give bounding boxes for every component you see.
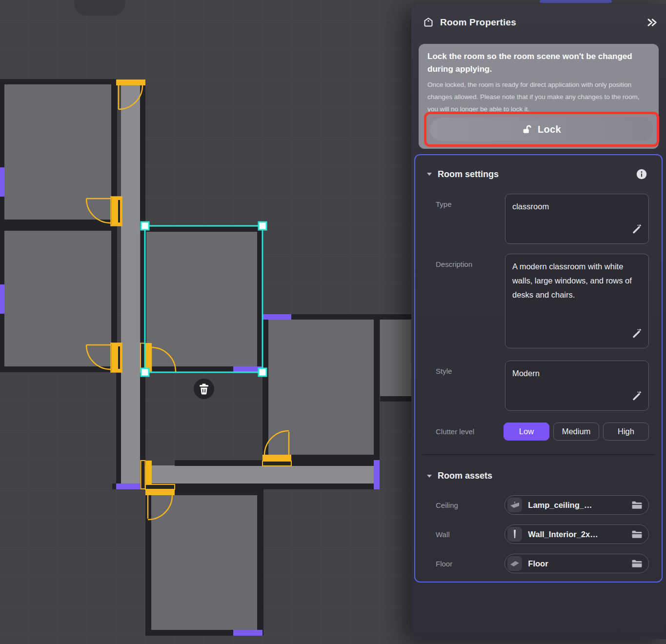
type-label: Type xyxy=(436,194,505,244)
window-segment xyxy=(374,460,380,489)
clutter-level-options: Low Medium High xyxy=(504,423,649,441)
section-divider xyxy=(422,454,655,455)
floor-asset-thumbnail xyxy=(507,556,522,571)
floor-label: Floor xyxy=(436,560,505,568)
clutter-option-medium[interactable]: Medium xyxy=(553,423,599,441)
unlock-icon xyxy=(522,124,532,135)
folder-icon[interactable] xyxy=(631,501,643,510)
wall-asset-name: Wall_Interior_2x… xyxy=(528,530,626,539)
room-assets-header[interactable]: Room assets xyxy=(427,471,647,481)
info-icon[interactable] xyxy=(636,169,647,180)
style-label: Style xyxy=(436,361,505,411)
wall-label: Wall xyxy=(436,530,505,539)
description-field-row: Description A modern classroom with whit… xyxy=(436,254,649,348)
lock-info-details: Once locked, the room is ready for direc… xyxy=(427,79,650,115)
magic-wand-icon[interactable] xyxy=(632,223,643,239)
clutter-level-row: Clutter level Low Medium High xyxy=(436,423,649,441)
lock-info-headline: Lock the room so the room scene won't be… xyxy=(427,50,650,76)
section-title-room-settings: Room settings xyxy=(438,169,630,180)
style-input[interactable]: Modern xyxy=(505,361,649,411)
chevron-down-icon xyxy=(427,173,432,176)
chevron-down-icon xyxy=(427,475,432,478)
wall-asset-thumbnail xyxy=(507,527,522,542)
room-mid-left xyxy=(4,231,111,366)
room-settings-header[interactable]: Room settings xyxy=(427,169,647,180)
lock-button-label: Lock xyxy=(538,124,561,135)
description-input[interactable]: A modern classroom with white walls, lar… xyxy=(505,254,649,348)
room-far-right xyxy=(380,320,411,396)
double-chevron-right-icon xyxy=(646,17,657,28)
style-field-row: Style Modern xyxy=(436,361,649,411)
ceiling-asset-name: Lamp_ceiling_… xyxy=(528,501,626,510)
folder-icon[interactable] xyxy=(631,559,643,568)
floor-asset-pill[interactable]: Floor xyxy=(505,554,649,573)
magic-wand-icon[interactable] xyxy=(632,390,643,405)
window-segment xyxy=(116,483,140,489)
room-selected-classroom xyxy=(146,232,257,367)
ceiling-asset-row: Ceiling Lamp_ceiling_… xyxy=(436,495,649,515)
magic-wand-icon[interactable] xyxy=(632,328,643,343)
window-segment xyxy=(0,167,4,197)
toolbar-shadow-blob xyxy=(74,0,125,16)
collapse-panel-button[interactable] xyxy=(645,15,659,30)
clutter-option-high[interactable]: High xyxy=(603,423,649,441)
clutter-level-label: Clutter level xyxy=(436,427,504,436)
description-label: Description xyxy=(436,254,505,348)
delete-room-button[interactable] xyxy=(194,379,214,399)
room-mid-right xyxy=(268,320,374,455)
selection-handle[interactable] xyxy=(259,368,266,376)
lock-button[interactable]: Lock xyxy=(430,118,653,141)
ceiling-asset-thumbnail xyxy=(507,498,522,512)
room-bottom xyxy=(151,495,257,630)
floor-asset-row: Floor Floor xyxy=(436,554,649,573)
window-segment xyxy=(233,630,262,636)
home-icon xyxy=(423,17,434,28)
room-properties-panel: Room Properties Lock the room so the roo… xyxy=(411,4,666,639)
floor-asset-name: Floor xyxy=(528,559,626,568)
ceiling-asset-pill[interactable]: Lamp_ceiling_… xyxy=(505,495,649,515)
section-title-room-assets: Room assets xyxy=(438,471,647,481)
type-input[interactable]: classroom xyxy=(505,194,649,244)
page-title: Room Properties xyxy=(440,17,639,28)
window-segment xyxy=(262,314,291,320)
clutter-option-low[interactable]: Low xyxy=(504,423,549,441)
selection-handle[interactable] xyxy=(141,222,149,230)
ceiling-label: Ceiling xyxy=(436,501,505,509)
lock-button-highlight: Lock xyxy=(424,112,659,147)
wall-asset-row: Wall Wall_Interior_2x… xyxy=(436,524,649,544)
type-field-row: Type classroom xyxy=(436,194,649,244)
room-top-left xyxy=(4,84,111,220)
hidden-toolbar-edge xyxy=(540,0,612,3)
selection-handle[interactable] xyxy=(259,222,266,230)
panel-header: Room Properties xyxy=(423,11,659,34)
selection-handle[interactable] xyxy=(141,368,149,376)
room-settings-group: Room settings Type classroom xyxy=(414,154,663,583)
folder-icon[interactable] xyxy=(631,530,643,539)
window-segment xyxy=(0,284,4,314)
wall-asset-pill[interactable]: Wall_Interior_2x… xyxy=(505,524,649,544)
